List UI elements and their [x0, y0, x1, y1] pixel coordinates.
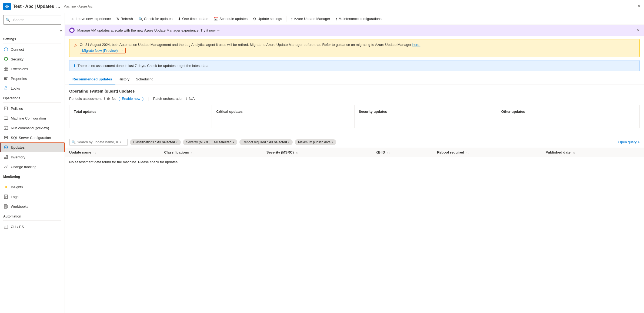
leave-experience-icon: ↩ [71, 17, 75, 21]
critical-updates-label: Critical updates [216, 110, 350, 114]
tab-scheduling[interactable]: Scheduling [133, 74, 156, 84]
reboot-chip-chevron: ▾ [288, 141, 289, 144]
sidebar-item-properties[interactable]: Properties [0, 74, 65, 83]
svg-point-2 [6, 6, 8, 7]
title-more-button[interactable]: ... [56, 4, 60, 9]
warning-text: On 31 August 2024, both Automation Updat… [80, 43, 412, 47]
purple-banner-icon [69, 28, 75, 33]
sort-classifications-icon[interactable]: ↑↓ [191, 151, 194, 154]
enable-now-link[interactable]: ( [119, 97, 120, 101]
azure-update-manager-button[interactable]: ↑ Azure Update Manager [289, 15, 332, 22]
workbooks-icon [3, 204, 9, 209]
sort-reboot-icon[interactable]: ↑↓ [466, 151, 469, 154]
sidebar-item-policies[interactable]: Policies [0, 104, 65, 113]
sidebar-item-sql-server[interactable]: SQL Server Configuration [0, 133, 65, 142]
tab-history[interactable]: History [115, 74, 133, 84]
enable-now-button[interactable]: Enable now [122, 97, 140, 101]
reboot-filter-chip[interactable]: Reboot required : All selected ▾ [239, 139, 293, 145]
toolbar-more-button[interactable]: ... [385, 16, 389, 22]
status-dot [107, 97, 110, 100]
sort-severity-icon[interactable]: ↑↓ [296, 151, 299, 154]
purple-banner: Manage VM updates at scale with the new … [65, 25, 644, 36]
sort-update-name-icon[interactable]: ↑↓ [93, 151, 96, 154]
sidebar-item-security[interactable]: Security [0, 54, 65, 64]
maintenance-configurations-button[interactable]: ↑ Maintenance configurations [333, 15, 384, 22]
severity-filter-chip[interactable]: Severity (MSRC) : All selected ▾ [183, 139, 237, 145]
one-time-update-button[interactable]: ⬇ One-time update [176, 15, 211, 22]
policies-icon [3, 106, 9, 111]
col-kb-id: KB ID ↑↓ [371, 148, 433, 157]
schedule-updates-button[interactable]: 📅 Schedule updates [212, 15, 250, 22]
sidebar-item-run-command[interactable]: Run command (preview) [0, 123, 65, 133]
sidebar-item-extensions[interactable]: Extensions [0, 64, 65, 74]
cli-ps-label: CLI / PS [11, 225, 24, 229]
migrate-now-link[interactable]: Migrate Now (Preview). → [80, 48, 126, 53]
sidebar-item-workbooks[interactable]: Workbooks [0, 202, 65, 211]
sidebar-item-change-tracking[interactable]: Change tracking [0, 162, 65, 172]
periodic-assessment-label: Periodic assessment [69, 97, 102, 101]
policies-label: Policies [11, 107, 23, 111]
svg-rect-11 [4, 107, 8, 110]
no-data-message: No assessment data found for the machine… [65, 157, 644, 167]
severity-chip-separator: : [212, 140, 212, 144]
machine-config-icon [3, 115, 9, 121]
settings-divider [3, 43, 61, 43]
sidebar-item-cli-ps[interactable]: CLI / PS [0, 222, 65, 232]
classifications-chip-separator: : [155, 140, 156, 144]
app-icon [3, 3, 11, 10]
leave-new-experience-button[interactable]: ↩ Leave new experience [69, 15, 113, 22]
refresh-icon: ↻ [116, 17, 119, 21]
svg-rect-8 [4, 78, 6, 79]
periodic-assessment-info-icon: ℹ [104, 97, 105, 100]
sort-kb-id-icon[interactable]: ↑↓ [387, 151, 390, 154]
main-content: ↩ Leave new experience ↻ Refresh 🔍 Check… [65, 13, 644, 313]
toolbar-divider [286, 16, 286, 22]
classifications-filter-chip[interactable]: Classifications : All selected ▾ [130, 139, 181, 145]
max-publish-chip-chevron: ▾ [332, 141, 333, 144]
close-button[interactable]: ✕ [637, 4, 641, 9]
sidebar-item-updates[interactable]: Updates [0, 142, 65, 152]
automation-section-title: Automation [0, 211, 65, 219]
warning-link[interactable]: here. [412, 43, 421, 47]
collapse-sidebar-button[interactable]: « [60, 28, 62, 33]
severity-chip-value: All selected [213, 140, 232, 144]
assessment-row: Periodic assessment ℹ No ( Enable now ) … [69, 97, 640, 101]
sidebar-item-insights[interactable]: Insights [0, 182, 65, 192]
maintenance-icon: ↑ [336, 17, 338, 21]
svg-point-19 [5, 186, 7, 188]
sidebar-item-inventory[interactable]: Inventory [0, 152, 65, 162]
security-updates-label: Security updates [359, 110, 492, 114]
inventory-icon [3, 154, 9, 160]
automation-divider [3, 220, 61, 221]
critical-updates-value: – [216, 116, 350, 123]
severity-chip-chevron: ▾ [233, 141, 234, 144]
updates-table: Update name ↑↓ Classifications ↑↓ Severi… [65, 148, 644, 167]
locks-icon [3, 86, 9, 91]
sidebar-search-input[interactable] [11, 16, 59, 23]
info-banner: ℹ There is no assessment done in last 7 … [69, 60, 640, 71]
update-search-input[interactable] [77, 140, 125, 144]
title-subtitle: Machine - Azure Arc [64, 5, 92, 8]
sidebar-item-logs[interactable]: Logs [0, 192, 65, 202]
total-updates-cell: Total updates – [69, 105, 212, 128]
update-settings-button[interactable]: ⚙ Update settings [251, 15, 284, 22]
search-icon: 🔍 [6, 18, 10, 22]
max-publish-chip-label: Maximum publish date [298, 140, 331, 144]
svg-rect-18 [6, 155, 8, 159]
sort-published-icon[interactable]: ↑↓ [573, 151, 575, 154]
run-command-label: Run command (preview) [11, 126, 49, 130]
extensions-icon [3, 66, 9, 72]
tab-recommended-updates[interactable]: Recommended updates [69, 74, 115, 84]
max-publish-filter-chip[interactable]: Maximum publish date ▾ [295, 139, 336, 145]
check-for-updates-button[interactable]: 🔍 Check for updates [136, 15, 175, 22]
other-updates-label: Other updates [501, 110, 635, 114]
sidebar-item-locks[interactable]: Locks [0, 83, 65, 93]
sidebar-item-connect[interactable]: Connect [0, 45, 65, 54]
open-query-link[interactable]: Open query > [618, 140, 640, 144]
sidebar-item-machine-config[interactable]: Machine Configuration [0, 113, 65, 123]
refresh-button[interactable]: ↻ Refresh [114, 15, 135, 22]
purple-banner-close[interactable]: ✕ [637, 28, 640, 32]
svg-rect-12 [4, 117, 8, 120]
run-command-icon [3, 125, 9, 131]
title-bar: Test - Abc | Updates ... Machine - Azure… [0, 0, 644, 13]
